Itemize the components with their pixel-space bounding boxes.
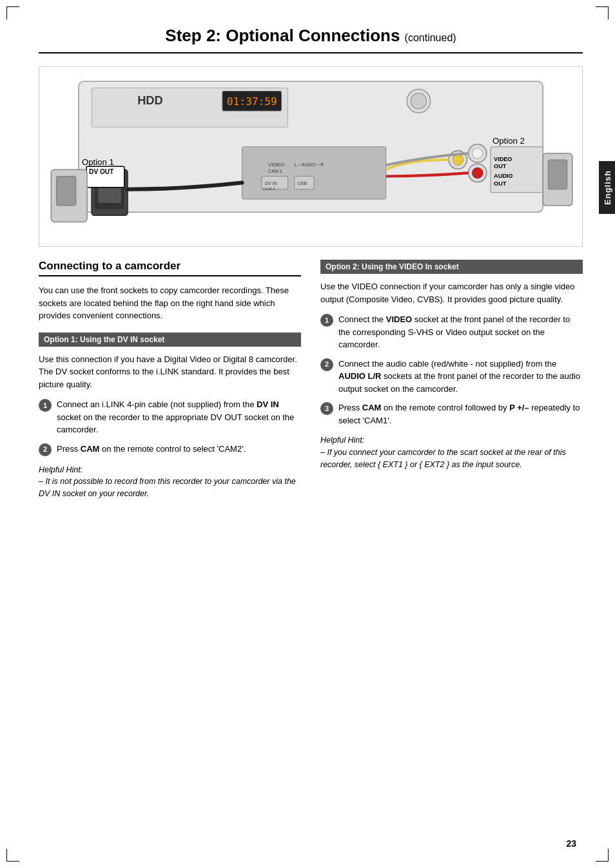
- svg-point-27: [473, 148, 483, 159]
- svg-text:AUDIO: AUDIO: [494, 173, 512, 179]
- svg-rect-37: [56, 176, 75, 206]
- page-number: 23: [566, 838, 576, 849]
- step-number-r1: 1: [320, 314, 333, 327]
- corner-mark-br: [596, 849, 609, 862]
- svg-text:OUT: OUT: [494, 180, 507, 187]
- hint-title-left: Helpful Hint:: [39, 464, 301, 476]
- svg-point-23: [453, 155, 463, 165]
- svg-text:01:37:59: 01:37:59: [227, 95, 277, 108]
- hint-block-right: Helpful Hint: – If you connect your camc…: [320, 434, 583, 470]
- right-column: Option 2: Using the VIDEO In socket Use …: [320, 260, 583, 500]
- svg-text:CAM 2: CAM 2: [263, 186, 275, 191]
- step-text-r3: Press CAM on the remote control followed…: [338, 401, 583, 427]
- corner-mark-tl: [6, 6, 19, 19]
- step-text-1: Connect an i.LINK 4-pin cable (not suppl…: [57, 398, 301, 436]
- svg-rect-35: [548, 160, 567, 189]
- step-item-1: 1 Connect an i.LINK 4-pin cable (not sup…: [39, 398, 301, 436]
- hint-text-left: – It is not possible to record from this…: [39, 476, 301, 500]
- svg-text:DV IN: DV IN: [265, 181, 277, 186]
- svg-text:L←AUDIO→R: L←AUDIO→R: [295, 162, 324, 168]
- content-columns: Connecting to a camcorder You can use th…: [39, 260, 583, 500]
- option1-header: Option 1: Using the DV IN socket: [39, 333, 301, 347]
- step-text-r2: Connect the audio cable (red/white - not…: [338, 358, 583, 396]
- svg-text:Option 2: Option 2: [493, 136, 525, 146]
- step-number-r3: 3: [320, 402, 333, 415]
- corner-mark-tr: [596, 6, 609, 19]
- step-text-r1: Connect the VIDEO socket at the front pa…: [338, 313, 583, 351]
- section-title: Connecting to a camcorder: [39, 260, 301, 276]
- step-text-2: Press CAM on the remote control to selec…: [57, 443, 301, 456]
- step-number-1: 1: [39, 399, 52, 412]
- svg-text:HDD: HDD: [137, 93, 163, 107]
- english-tab: English: [599, 161, 615, 214]
- left-column: Connecting to a camcorder You can use th…: [39, 260, 301, 500]
- svg-text:Option 1: Option 1: [82, 157, 114, 167]
- svg-text:VIDEO: VIDEO: [268, 162, 284, 168]
- hint-block-left: Helpful Hint: – It is not possible to re…: [39, 464, 301, 500]
- step-item-r3: 3 Press CAM on the remote control follow…: [320, 401, 583, 427]
- svg-text:USB: USB: [298, 181, 308, 186]
- step-number-r2: 2: [320, 358, 333, 371]
- intro-text: You can use the front sockets to copy ca…: [39, 284, 301, 322]
- hint-text-right: – If you connect your camcorder to the s…: [320, 447, 583, 471]
- step-item-r2: 2 Connect the audio cable (red/white - n…: [320, 358, 583, 396]
- svg-text:OUT: OUT: [494, 163, 507, 169]
- step-item-2: 2 Press CAM on the remote control to sel…: [39, 443, 301, 456]
- corner-mark-bl: [6, 849, 19, 862]
- svg-text:CAM 1: CAM 1: [268, 169, 282, 174]
- option2-desc: Use the VIDEO connection if your camcord…: [320, 280, 583, 305]
- diagram-area: HDD 01:37:59 VIDEO L←AUDIO→R CAM 1 DV IN…: [39, 66, 583, 247]
- svg-point-6: [411, 93, 426, 109]
- step-item-r1: 1 Connect the VIDEO socket at the front …: [320, 313, 583, 351]
- page-container: English Step 2: Optional Connections (co…: [0, 0, 615, 868]
- svg-text:DV OUT: DV OUT: [89, 168, 114, 175]
- step-number-2: 2: [39, 443, 52, 456]
- svg-text:VIDEO: VIDEO: [494, 156, 512, 162]
- svg-point-25: [473, 168, 483, 178]
- svg-rect-7: [242, 147, 386, 199]
- hint-title-right: Helpful Hint:: [320, 434, 583, 447]
- option1-desc: Use this connection if you have a Digita…: [39, 353, 301, 391]
- option2-header: Option 2: Using the VIDEO In socket: [320, 260, 583, 274]
- page-title: Step 2: Optional Connections (continued): [39, 26, 583, 53]
